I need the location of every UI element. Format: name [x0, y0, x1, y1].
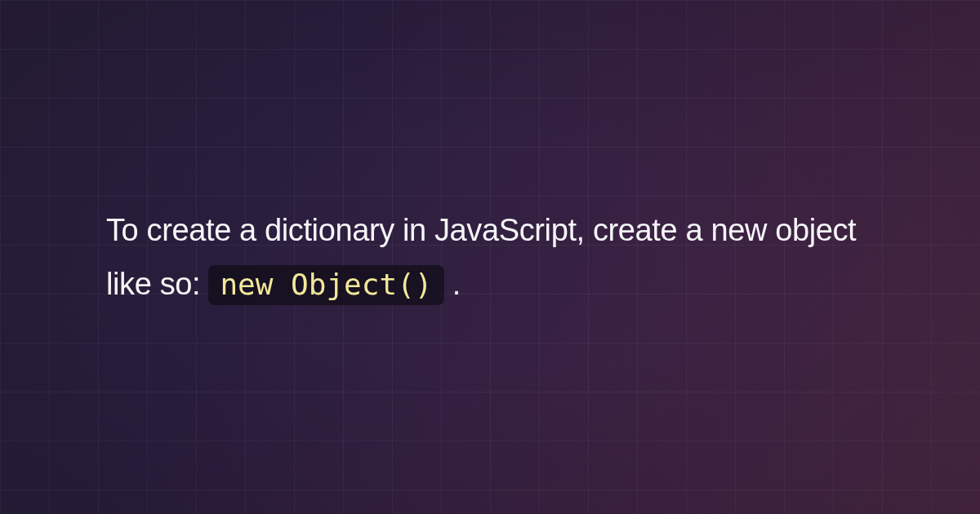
- code-snippet: new Object(): [208, 265, 443, 305]
- instruction-text: To create a dictionary in JavaScript, cr…: [106, 203, 874, 312]
- content-container: To create a dictionary in JavaScript, cr…: [0, 0, 980, 514]
- text-suffix: .: [444, 267, 461, 301]
